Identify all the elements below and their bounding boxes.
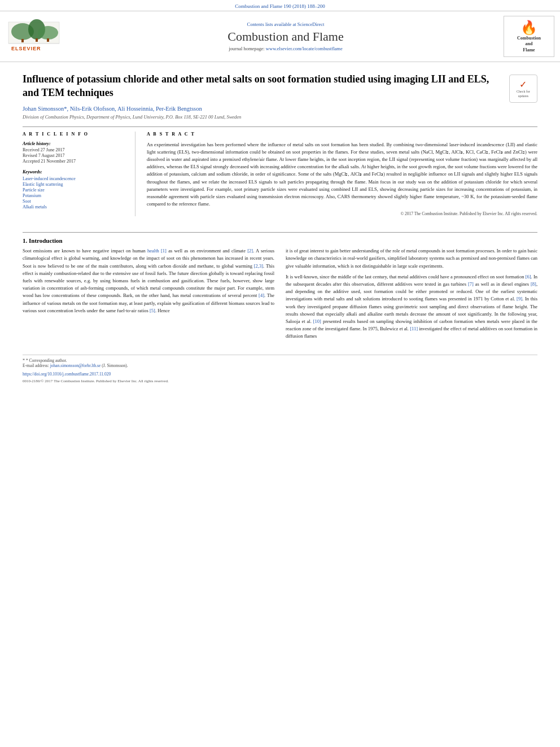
keyword-1: Laser-induced incandescence bbox=[23, 176, 127, 181]
copyright-line: © 2017 The Combustion Institute. Publish… bbox=[147, 211, 537, 216]
body-divider bbox=[23, 232, 537, 233]
keyword-3: Particle size bbox=[23, 187, 127, 193]
homepage-line: journal homepage: www.elsevier.com/locat… bbox=[68, 46, 504, 51]
email-suffix: (J. Simonsson). bbox=[102, 363, 128, 368]
intro-col2: it is of great interest to gain better u… bbox=[286, 247, 537, 343]
ref-23-link[interactable]: [2,3] bbox=[254, 263, 263, 269]
top-bar: Combustion and Flame 190 (2018) 188–200 bbox=[0, 0, 560, 11]
check-updates-badge[interactable]: ✓ Check forupdates bbox=[509, 75, 537, 103]
keyword-6: Alkali metals bbox=[23, 204, 127, 209]
ref-7-link[interactable]: [7] bbox=[468, 281, 474, 287]
history-label: Article history: bbox=[23, 141, 127, 146]
homepage-url[interactable]: www.elsevier.com/locate/combustflame bbox=[266, 46, 343, 51]
svg-rect-6 bbox=[47, 38, 49, 42]
doi-section: https://doi.org/10.1016/j.combustflame.2… bbox=[0, 368, 560, 379]
intro-columns: Soot emissions are known to have negativ… bbox=[23, 247, 537, 343]
footnote-star: * * Corresponding author. bbox=[23, 358, 537, 363]
body-section: 1. Introduction Soot emissions are known… bbox=[0, 222, 560, 349]
accepted-date: Accepted 21 November 2017 bbox=[23, 159, 127, 164]
journal-title: Combustion and Flame bbox=[68, 29, 504, 44]
ref-10-link[interactable]: [10] bbox=[313, 318, 321, 324]
article-info-heading: A R T I C L E I N F O bbox=[23, 132, 127, 137]
article-info-panel: A R T I C L E I N F O Article history: R… bbox=[23, 132, 135, 217]
keyword-4: Potassium bbox=[23, 193, 127, 198]
ref-2-link[interactable]: [2] bbox=[247, 248, 253, 254]
abstract-text: An experimental investigation has been p… bbox=[147, 141, 537, 208]
abstract-heading: A B S T R A C T bbox=[147, 132, 537, 137]
svg-rect-4 bbox=[21, 39, 24, 42]
ref-11-link[interactable]: [11] bbox=[410, 326, 418, 331]
ref-4-link[interactable]: [4] bbox=[259, 292, 264, 298]
intro-col1-text: Soot emissions are known to have negativ… bbox=[23, 247, 274, 314]
email-label: E-mail address: bbox=[23, 363, 49, 368]
doi-link[interactable]: https://doi.org/10.1016/j.combustflame.2… bbox=[23, 372, 111, 377]
abstract-panel: A B S T R A C T An experimental investig… bbox=[147, 132, 537, 217]
svg-rect-5 bbox=[36, 38, 38, 42]
sciencedirect-link[interactable]: ScienceDirect bbox=[298, 21, 325, 27]
paper-section: ✓ Check forupdates Influence of potassiu… bbox=[0, 62, 560, 222]
homepage-label: journal homepage: bbox=[229, 46, 265, 51]
paper-title: Influence of potassium chloride and othe… bbox=[23, 72, 504, 100]
contents-label: Contents lists available at bbox=[247, 21, 296, 27]
keywords-label: Keywords: bbox=[23, 169, 127, 174]
intro-col2-text-2: It is well-known, since the middle of th… bbox=[286, 273, 537, 340]
affiliation: Division of Combustion Physics, Departme… bbox=[23, 114, 537, 120]
intro-heading: 1. Introduction bbox=[23, 237, 537, 244]
ref-health-link[interactable]: health [1] bbox=[147, 248, 167, 254]
section-divider bbox=[23, 126, 537, 127]
intro-col2-text-1: it is of great interest to gain better u… bbox=[286, 247, 537, 270]
svg-point-3 bbox=[38, 26, 58, 40]
ref-9-link[interactable]: [9] bbox=[517, 296, 522, 302]
bottom-notice: 0010-2180/© 2017 The Combustion Institut… bbox=[0, 379, 560, 388]
keyword-2: Elastic light scattering bbox=[23, 182, 127, 187]
flame-icon: 🔥 bbox=[520, 20, 537, 36]
journal-header: ELSEVIER Contents lists available at Sci… bbox=[0, 11, 560, 62]
revised-date: Revised 7 August 2017 bbox=[23, 153, 127, 158]
author-names: Johan Simonsson*, Nils-Erik Olofsson, Al… bbox=[23, 106, 202, 112]
logo-text: Combustion and Flame bbox=[517, 36, 541, 53]
footnote-section: * * Corresponding author. E-mail address… bbox=[23, 355, 537, 368]
ref-6-link[interactable]: [6] bbox=[526, 274, 531, 279]
svg-text:ELSEVIER: ELSEVIER bbox=[11, 46, 41, 51]
journal-logo-box: 🔥 Combustion and Flame bbox=[504, 16, 554, 57]
footnote-email: E-mail address: johan.simonsson@forbr.lt… bbox=[23, 363, 537, 368]
journal-header-center: Contents lists available at ScienceDirec… bbox=[68, 21, 504, 51]
received-date: Received 27 June 2017 bbox=[23, 147, 127, 152]
ref-8-link[interactable]: [8] bbox=[531, 281, 536, 287]
authors: Johan Simonsson*, Nils-Erik Olofsson, Al… bbox=[23, 106, 537, 112]
elsevier-logo: ELSEVIER bbox=[6, 19, 68, 54]
journal-citation-link[interactable]: Combustion and Flame 190 (2018) 188–200 bbox=[235, 3, 325, 9]
corresponding-author-label: * Corresponding author. bbox=[26, 358, 67, 363]
contents-line: Contents lists available at ScienceDirec… bbox=[68, 21, 504, 27]
intro-col1: Soot emissions are known to have negativ… bbox=[23, 247, 274, 343]
ref-5-link[interactable]: [5] bbox=[150, 308, 155, 313]
keyword-5: Soot bbox=[23, 199, 127, 204]
email-link[interactable]: johan.simonsson@forbr.lth.se bbox=[50, 363, 101, 368]
info-abstract-row: A R T I C L E I N F O Article history: R… bbox=[23, 132, 537, 217]
